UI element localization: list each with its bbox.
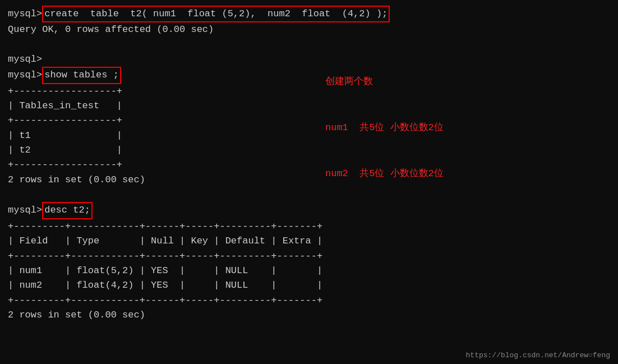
annotation-line3: num2 共5位 小数位数2位 bbox=[325, 166, 444, 181]
table-row-t2: | t2 | bbox=[8, 143, 610, 158]
desc-border-1: +---------+------------+------+-----+---… bbox=[8, 219, 610, 234]
prompt-3: mysql> bbox=[8, 68, 42, 82]
desc-row-num1: | num1 | float(5,2) | YES | | NULL | | bbox=[8, 264, 610, 278]
output-1: Query OK, 0 rows affected (0.00 sec) bbox=[8, 22, 214, 37]
output-2: 2 rows in set (0.00 sec) bbox=[8, 173, 610, 187]
line-1: mysql>create table t2( num1 float (5,2),… bbox=[8, 6, 610, 22]
watermark: https://blog.csdn.net/Andrew○feng bbox=[466, 351, 610, 360]
cmd-3: desc t2; bbox=[42, 202, 93, 219]
line-2: Query OK, 0 rows affected (0.00 sec) bbox=[8, 22, 610, 37]
line-4: mysql>show tables ; bbox=[8, 67, 610, 84]
table-header: | Tables_in_test | bbox=[8, 99, 610, 113]
prompt-2: mysql> bbox=[8, 52, 42, 67]
desc-row-num2: | num2 | float(4,2) | YES | | NULL | | bbox=[8, 278, 610, 293]
table-border-3: +------------------+ bbox=[8, 158, 610, 172]
table-border-1: +------------------+ bbox=[8, 84, 610, 99]
desc-header: | Field | Type | Null | Key | Default | … bbox=[8, 234, 610, 248]
blank-1 bbox=[8, 38, 610, 52]
desc-border-2: +---------+------------+------+-----+---… bbox=[8, 249, 610, 264]
annotation: 创建两个数 num1 共5位 小数位数2位 num2 共5位 小数位数2位 bbox=[325, 44, 444, 196]
output-3: 2 rows in set (0.00 sec) bbox=[8, 308, 610, 322]
desc-border-3: +---------+------------+------+-----+---… bbox=[8, 293, 610, 308]
annotation-line1: 创建两个数 bbox=[325, 74, 444, 89]
blank-2 bbox=[8, 187, 610, 202]
cmd-1: create table t2( num1 float (5,2), num2 … bbox=[42, 6, 390, 22]
line-desc: mysql>desc t2; bbox=[8, 202, 610, 219]
table-border-2: +------------------+ bbox=[8, 113, 610, 128]
table-row-t1: | t1 | bbox=[8, 128, 610, 143]
terminal: mysql>create table t2( num1 float (5,2),… bbox=[0, 0, 618, 328]
cmd-2: show tables ; bbox=[42, 67, 121, 84]
prompt-1: mysql> bbox=[8, 7, 42, 21]
prompt-4: mysql> bbox=[8, 203, 42, 218]
line-3: mysql> bbox=[8, 52, 610, 67]
annotation-line2: num1 共5位 小数位数2位 bbox=[325, 120, 444, 135]
